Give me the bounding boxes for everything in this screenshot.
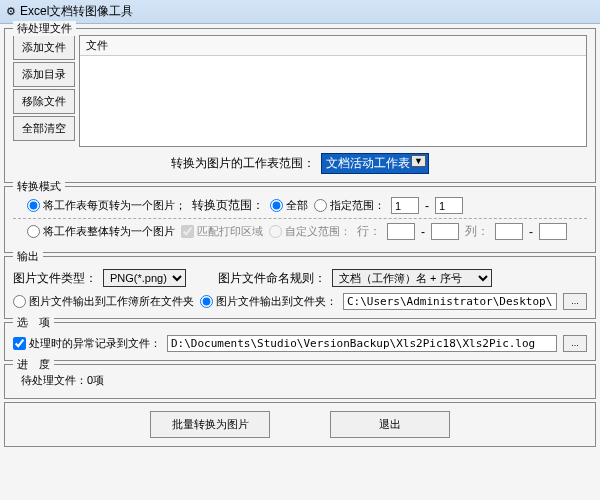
output-folder-radio[interactable]: 图片文件输出到文件夹： [200,294,337,309]
file-list[interactable]: 文件 [79,35,587,147]
all-pages-radio[interactable]: 全部 [270,198,308,213]
log-path-input[interactable] [167,335,557,352]
app-icon: ⚙ [6,5,16,18]
naming-select[interactable]: 文档（工作簿）名 + 序号 [332,269,492,287]
browse-log-button[interactable]: ... [563,335,587,352]
output-folder-input[interactable] [343,293,557,310]
row-label: 行： [357,223,381,240]
main-panel: 待处理文件 添加文件 添加目录 移除文件 全部清空 文件 转换为图片的工作表范围… [0,24,600,500]
browse-folder-button[interactable]: ... [563,293,587,310]
file-type-label: 图片文件类型： [13,270,97,287]
progress-group: 进 度 待处理文件：0项 [4,364,596,399]
page-range-label: 转换页范围： [192,197,264,214]
pending-files-group: 待处理文件 添加文件 添加目录 移除文件 全部清空 文件 转换为图片的工作表范围… [4,28,596,183]
file-list-header: 文件 [80,36,586,56]
title-bar: ⚙ Excel文档转图像工具 [0,0,600,24]
mode-group-label: 转换模式 [13,179,65,194]
per-page-radio[interactable]: 将工作表每页转为一个图片； [27,198,186,213]
custom-range-radio[interactable]: 指定范围： [314,198,385,213]
match-print-checkbox[interactable]: 匹配打印区域 [181,224,263,239]
convert-button[interactable]: 批量转换为图片 [150,411,270,438]
sheet-range-select[interactable]: 文档活动工作表 [321,153,429,174]
progress-count: 0项 [87,374,104,386]
dash-3: - [529,225,533,239]
output-group-label: 输出 [13,249,43,264]
options-group: 选 项 处理时的异常记录到文件： ... [4,322,596,361]
whole-sheet-radio[interactable]: 将工作表整体转为一个图片 [27,224,175,239]
file-type-select[interactable]: PNG(*.png) [103,269,186,287]
mode-divider [13,218,587,219]
row-from-input[interactable] [387,223,415,240]
col-to-input[interactable] [539,223,567,240]
options-group-label: 选 项 [13,315,54,330]
clear-all-button[interactable]: 全部清空 [13,116,75,141]
page-from-input[interactable] [391,197,419,214]
add-dir-button[interactable]: 添加目录 [13,62,75,87]
sheet-range-label: 转换为图片的工作表范围： [171,155,315,172]
log-checkbox[interactable]: 处理时的异常记录到文件： [13,336,161,351]
naming-label: 图片文件命名规则： [218,270,326,287]
file-button-column: 添加文件 添加目录 移除文件 全部清空 [13,35,75,147]
row-to-input[interactable] [431,223,459,240]
dash-2: - [421,225,425,239]
col-label: 列： [465,223,489,240]
col-from-input[interactable] [495,223,523,240]
mode-group: 转换模式 将工作表每页转为一个图片； 转换页范围： 全部 指定范围： - 将工作… [4,186,596,253]
exit-button[interactable]: 退出 [330,411,450,438]
pending-group-label: 待处理文件 [13,21,76,36]
add-file-button[interactable]: 添加文件 [13,35,75,60]
output-group: 输出 图片文件类型： PNG(*.png) 图片文件命名规则： 文档（工作簿）名… [4,256,596,319]
custom-area-radio[interactable]: 自定义范围： [269,224,351,239]
sheet-range-value: 文档活动工作表 [326,156,410,170]
dash-1: - [425,199,429,213]
footer-bar: 批量转换为图片 退出 [4,402,596,447]
progress-group-label: 进 度 [13,357,54,372]
page-to-input[interactable] [435,197,463,214]
window-title: Excel文档转图像工具 [20,3,133,20]
progress-prefix: 待处理文件： [21,374,87,386]
remove-file-button[interactable]: 移除文件 [13,89,75,114]
output-workbook-radio[interactable]: 图片文件输出到工作簿所在文件夹 [13,294,194,309]
file-list-body [80,56,586,146]
